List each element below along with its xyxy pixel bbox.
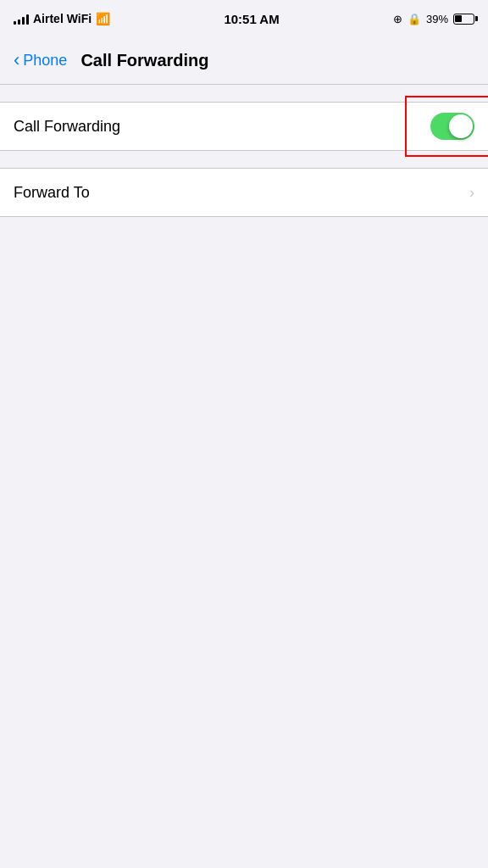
content: Call Forwarding Forward To › [0, 85, 488, 217]
status-right: ⊕ 🔒 39% [393, 13, 474, 25]
nav-bar: ‹ Phone Call Forwarding [0, 37, 488, 85]
forward-to-section: Forward To › [0, 168, 488, 217]
battery-icon [453, 14, 474, 25]
back-label: Phone [23, 52, 67, 70]
call-forwarding-row: Call Forwarding [0, 103, 488, 150]
toggle-thumb [449, 114, 473, 138]
call-forwarding-toggle[interactable] [430, 113, 474, 140]
signal-bars-icon [14, 13, 29, 25]
chevron-right-icon: › [469, 184, 474, 202]
status-left: Airtel WiFi 📶 [14, 12, 110, 25]
status-bar: Airtel WiFi 📶 10:51 AM ⊕ 🔒 39% [0, 0, 488, 37]
carrier-label: Airtel WiFi [33, 12, 92, 25]
alarm-icon: ⊕ [393, 13, 402, 25]
forward-to-row[interactable]: Forward To › [0, 169, 488, 216]
back-chevron-icon: ‹ [14, 51, 19, 70]
back-button[interactable]: ‹ Phone [14, 52, 67, 70]
battery-percent: 39% [426, 13, 448, 25]
status-time: 10:51 AM [224, 12, 279, 26]
call-forwarding-section: Call Forwarding [0, 102, 488, 151]
rotation-lock-icon: 🔒 [408, 13, 421, 25]
forward-to-label: Forward To [14, 184, 90, 202]
wifi-icon: 📶 [96, 12, 110, 25]
call-forwarding-label: Call Forwarding [14, 118, 120, 136]
page-title: Call Forwarding [80, 51, 208, 70]
section-spacer [0, 151, 488, 168]
